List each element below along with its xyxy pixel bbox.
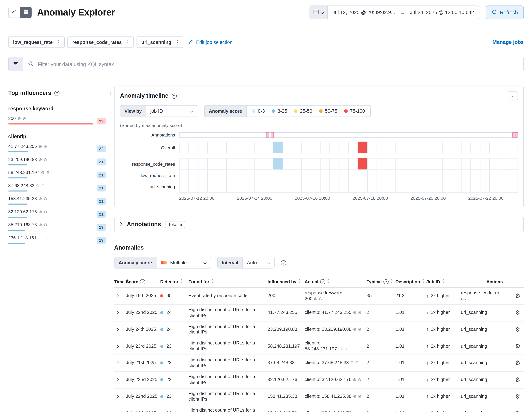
swimlane-cell[interactable] [442, 158, 452, 170]
row-actions-gear-icon[interactable]: ⚙ [515, 394, 520, 399]
swimlane-cell[interactable] [433, 169, 443, 181]
swimlane-cell[interactable] [348, 181, 358, 193]
filter-out-icon[interactable]: ⊖ [43, 236, 47, 240]
swimlane-cell[interactable] [311, 181, 320, 193]
swimlane-cell[interactable] [320, 142, 330, 153]
chevron-right-icon[interactable] [120, 222, 123, 228]
row-actions-gear-icon[interactable]: ⚙ [515, 310, 520, 316]
charts-view-button[interactable] [8, 7, 20, 18]
filter-for-icon[interactable]: ⊕ [38, 210, 42, 214]
expand-row-button[interactable] [114, 309, 121, 316]
filter-for-icon[interactable]: ⊕ [38, 223, 42, 227]
swimlane-cell[interactable] [358, 142, 367, 153]
filter-out-icon[interactable]: ⊖ [358, 394, 361, 399]
legend-item[interactable]: 50-75 [319, 108, 337, 114]
swimlane-cell[interactable] [348, 158, 358, 170]
swimlane-cell[interactable] [508, 181, 518, 193]
panel-options-button[interactable]: ⋯ [507, 92, 518, 101]
job-badge-menu-icon[interactable]: ⋮ [125, 39, 130, 45]
swimlane-cell[interactable] [339, 169, 349, 181]
influencer-value[interactable]: 32.120.62.176 [8, 209, 37, 214]
column-help-icon[interactable]: ? [320, 279, 325, 284]
swimlane-cell[interactable] [414, 169, 424, 181]
swimlane-cell[interactable] [292, 181, 302, 193]
filter-for-icon[interactable]: ⊕ [353, 377, 356, 382]
swimlane-cell[interactable] [442, 181, 452, 193]
filter-out-icon[interactable]: ⊖ [23, 116, 26, 121]
job-selection-badge[interactable]: url_scanning ⋮ [136, 36, 183, 48]
swimlane-cell[interactable] [386, 158, 396, 170]
swimlane-cell[interactable] [330, 142, 339, 153]
swimlane-cell[interactable] [424, 181, 433, 193]
swimlane-cell[interactable] [367, 158, 377, 170]
swimlane-cell[interactable] [217, 181, 227, 193]
swimlane-cell[interactable] [405, 169, 414, 181]
annotation-mark[interactable] [515, 132, 518, 138]
swimlane-cell[interactable] [245, 181, 255, 193]
annotations-panel[interactable]: Annotations Total: 5 [114, 217, 524, 232]
swimlane-cell[interactable] [198, 158, 208, 170]
legend-item[interactable]: 75-100 [344, 108, 365, 114]
swimlane-cell[interactable] [395, 142, 405, 153]
swimlane-cell[interactable] [499, 169, 508, 181]
swimlane-cell[interactable] [461, 169, 471, 181]
swimlane-cell[interactable] [311, 158, 320, 170]
column-header[interactable]: Job ID [427, 279, 461, 284]
swimlane-cell[interactable] [254, 181, 264, 193]
filter-out-icon[interactable]: ⊖ [358, 377, 361, 382]
view-by-select[interactable]: job ID [146, 105, 198, 116]
filter-for-icon[interactable]: ⊕ [353, 411, 356, 412]
swimlane-cell[interactable] [320, 169, 330, 181]
swimlane-cell[interactable] [461, 142, 471, 153]
influencer-value[interactable]: 236.1.118.161 [8, 235, 37, 240]
swimlane-cell[interactable] [330, 169, 339, 181]
filter-out-icon[interactable]: ⊖ [358, 327, 361, 332]
swimlane-cell[interactable] [226, 181, 236, 193]
swimlane-cell[interactable] [236, 169, 245, 181]
swimlane-cell[interactable] [395, 169, 405, 181]
swimlane-cell[interactable] [348, 142, 358, 153]
swimlane-cell[interactable] [499, 142, 508, 153]
filter-out-icon[interactable]: ⊖ [44, 223, 47, 227]
swimlane-cell[interactable] [273, 169, 283, 181]
swimlane-cell[interactable] [424, 158, 433, 170]
swimlane-cell[interactable] [198, 169, 208, 181]
job-badge-menu-icon[interactable]: ⋮ [175, 39, 180, 45]
manage-jobs-link[interactable]: Manage jobs [493, 39, 524, 45]
swimlane-cell[interactable] [226, 169, 236, 181]
swimlane-cell[interactable] [217, 158, 227, 170]
filter-for-icon[interactable]: ⊕ [38, 144, 42, 148]
swimlane-cell[interactable] [471, 158, 480, 170]
swimlane-cell[interactable] [301, 142, 311, 153]
swimlane-cell[interactable] [292, 142, 302, 153]
filter-out-icon[interactable]: ⊖ [44, 210, 47, 214]
influencer-value[interactable]: 158.41.235.38 [8, 196, 37, 201]
swimlane-cell[interactable] [386, 169, 396, 181]
swimlane-cell[interactable] [489, 142, 499, 153]
swimlane-cell[interactable] [508, 142, 518, 153]
swimlane-cell[interactable] [452, 142, 461, 153]
expand-row-button[interactable] [114, 410, 121, 412]
swimlane-cell[interactable] [358, 181, 367, 193]
swimlane-cell[interactable] [499, 158, 508, 170]
row-actions-gear-icon[interactable]: ⚙ [515, 327, 520, 332]
swimlane-cell[interactable] [264, 158, 274, 170]
timeline-help-icon[interactable]: ? [171, 93, 177, 99]
swimlane-cell[interactable] [377, 181, 386, 193]
swimlane-cell[interactable] [254, 169, 264, 181]
filter-for-icon[interactable]: ⊕ [38, 236, 42, 240]
influencer-value[interactable]: 200 [8, 116, 16, 121]
expand-row-button[interactable] [114, 326, 121, 333]
swimlane-cell[interactable] [264, 181, 274, 193]
swimlane-cell[interactable] [414, 158, 424, 170]
swimlane-cell[interactable] [461, 181, 471, 193]
swimlane-cell[interactable] [226, 142, 236, 153]
swimlane-cell[interactable] [367, 181, 377, 193]
filter-for-icon[interactable]: ⊕ [338, 347, 342, 352]
filter-for-icon[interactable]: ⊕ [314, 296, 317, 301]
swimlane-cell[interactable] [283, 158, 292, 170]
swimlane-cell[interactable] [405, 158, 414, 170]
legend-item[interactable]: 3-25 [272, 108, 287, 114]
annotation-mark[interactable] [513, 132, 515, 138]
swimlane-cell[interactable] [245, 142, 255, 153]
